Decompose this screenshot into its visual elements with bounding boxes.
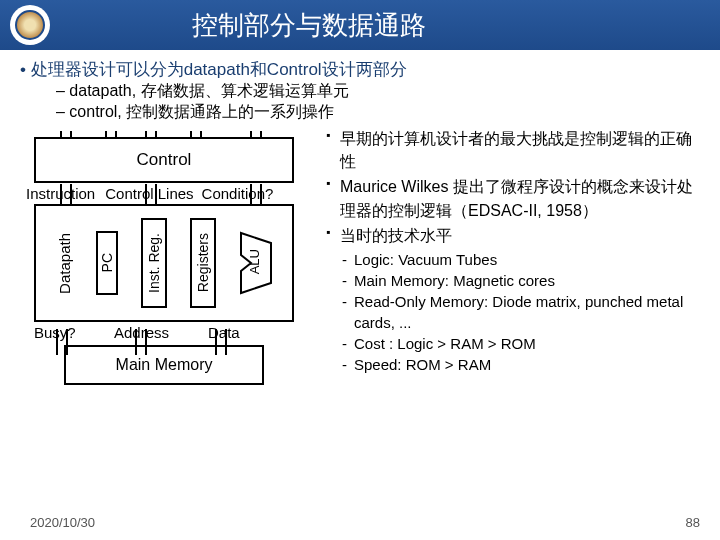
right-list: 早期的计算机设计者的最大挑战是控制逻辑的正确性 Maurice Wilkes 提… <box>326 127 704 375</box>
bullet-1: 早期的计算机设计者的最大挑战是控制逻辑的正确性 <box>326 127 704 173</box>
sub-list: Logic: Vacuum Tubes Main Memory: Magneti… <box>340 249 704 375</box>
bullet-2: Maurice Wilkes 提出了微程序设计的概念来设计处理器的控制逻辑（ED… <box>326 175 704 221</box>
main-memory-label: Main Memory <box>116 356 213 374</box>
footer-page: 88 <box>686 515 700 530</box>
bullet-3-text: 当时的技术水平 <box>340 227 452 244</box>
intro-sub1: – datapath, 存储数据、算术逻辑运算单元 <box>56 81 704 102</box>
alu-label: ALU <box>247 249 262 274</box>
sub-5: Speed: ROM > RAM <box>340 354 704 375</box>
registers-box: Registers <box>190 218 216 308</box>
diagram: Control Instruction Control Lines Condit… <box>20 127 320 385</box>
slide-content: • 处理器设计可以分为datapath和Control设计两部分 – datap… <box>0 50 720 385</box>
control-box: Control <box>34 137 294 183</box>
pc-box: PC <box>96 231 118 295</box>
footer-date: 2020/10/30 <box>30 515 95 530</box>
registers-label: Registers <box>195 233 211 292</box>
intro-main: • 处理器设计可以分为datapath和Control设计两部分 <box>20 58 704 81</box>
logo-inner-icon <box>15 10 45 40</box>
university-logo <box>10 5 50 45</box>
sub-4: Cost : Logic > RAM > ROM <box>340 333 704 354</box>
body-row: Control Instruction Control Lines Condit… <box>20 127 704 385</box>
alu-box: ALU <box>239 231 273 295</box>
datapath-label: Datapath <box>56 233 73 294</box>
sub-3: Read-Only Memory: Diode matrix, punched … <box>340 291 704 333</box>
right-bullets: 早期的计算机设计者的最大挑战是控制逻辑的正确性 Maurice Wilkes 提… <box>320 127 704 385</box>
intro-bullets: • 处理器设计可以分为datapath和Control设计两部分 – datap… <box>20 58 704 123</box>
intro-sub2: – control, 控制数据通路上的一系列操作 <box>56 102 704 123</box>
bottom-connectors <box>50 329 280 355</box>
sub-1: Logic: Vacuum Tubes <box>340 249 704 270</box>
pc-label: PC <box>99 253 115 272</box>
datapath-box: Datapath PC Inst. Reg. Registers ALU <box>34 204 294 322</box>
bullet-3: 当时的技术水平 Logic: Vacuum Tubes Main Memory:… <box>326 224 704 375</box>
control-label: Control <box>137 150 192 170</box>
sub-2: Main Memory: Magnetic cores <box>340 270 704 291</box>
inst-reg-box: Inst. Reg. <box>141 218 167 308</box>
slide-title: 控制部分与数据通路 <box>192 8 426 43</box>
title-bar: 控制部分与数据通路 <box>0 0 720 50</box>
inst-reg-label: Inst. Reg. <box>146 233 162 293</box>
footer: 2020/10/30 88 <box>30 515 700 530</box>
